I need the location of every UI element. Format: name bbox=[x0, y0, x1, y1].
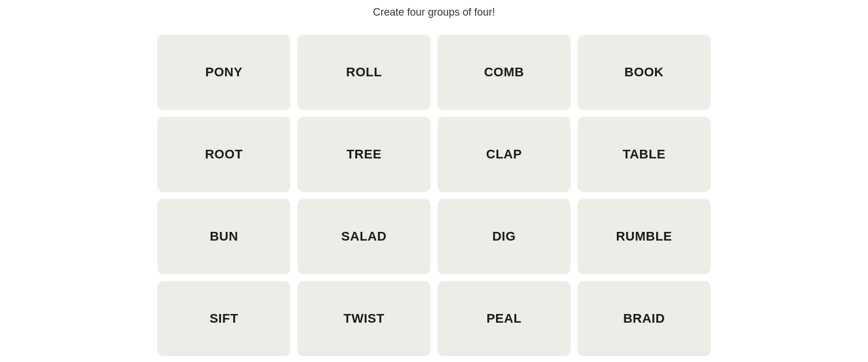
tile-label-pony: PONY bbox=[205, 65, 242, 80]
tile-label-rumble: RUMBLE bbox=[616, 229, 672, 244]
tile-label-root: ROOT bbox=[205, 147, 243, 162]
tile-label-dig: DIG bbox=[492, 229, 516, 244]
tile-dig[interactable]: DIG bbox=[437, 199, 571, 274]
tile-label-peal: PEAL bbox=[487, 311, 522, 326]
tile-label-sift: SIFT bbox=[209, 311, 238, 326]
tile-label-clap: CLAP bbox=[486, 147, 522, 162]
tile-label-salad: SALAD bbox=[341, 229, 387, 244]
tile-salad[interactable]: SALAD bbox=[297, 199, 431, 274]
tile-twist[interactable]: TWIST bbox=[297, 281, 431, 356]
tile-label-roll: ROLL bbox=[346, 65, 382, 80]
tile-roll[interactable]: ROLL bbox=[297, 35, 431, 110]
tile-table[interactable]: TABLE bbox=[578, 117, 711, 192]
tile-book[interactable]: BOOK bbox=[578, 35, 711, 110]
tile-label-bun: BUN bbox=[209, 229, 238, 244]
tile-root[interactable]: ROOT bbox=[157, 117, 290, 192]
tile-rumble[interactable]: RUMBLE bbox=[578, 199, 711, 274]
tile-clap[interactable]: CLAP bbox=[437, 117, 571, 192]
tile-bun[interactable]: BUN bbox=[157, 199, 290, 274]
tile-comb[interactable]: COMB bbox=[437, 35, 571, 110]
tile-sift[interactable]: SIFT bbox=[157, 281, 290, 356]
tile-pony[interactable]: PONY bbox=[157, 35, 290, 110]
tile-label-braid: BRAID bbox=[623, 311, 665, 326]
tile-peal[interactable]: PEAL bbox=[437, 281, 571, 356]
tile-label-book: BOOK bbox=[624, 65, 664, 80]
tile-tree[interactable]: TREE bbox=[297, 117, 431, 192]
game-subtitle: Create four groups of four! bbox=[373, 6, 495, 19]
tile-braid[interactable]: BRAID bbox=[578, 281, 711, 356]
tile-label-twist: TWIST bbox=[344, 311, 385, 326]
word-grid: PONYROLLCOMBBOOKROOTTREECLAPTABLEBUNSALA… bbox=[157, 35, 711, 356]
tile-label-comb: COMB bbox=[484, 65, 524, 80]
tile-label-table: TABLE bbox=[623, 147, 665, 162]
tile-label-tree: TREE bbox=[347, 147, 382, 162]
